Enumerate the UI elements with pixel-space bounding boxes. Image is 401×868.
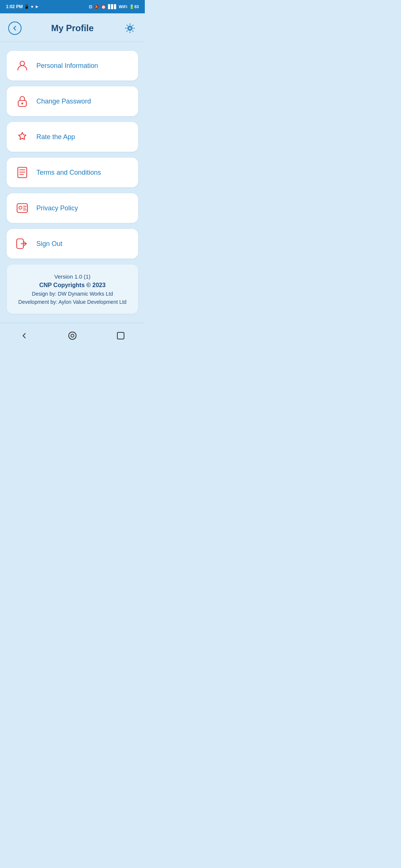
change-password-label: Change Password: [36, 98, 91, 105]
mute-icon: 🔕: [94, 4, 99, 9]
version-text: Version 1.0 (1): [14, 273, 131, 280]
status-right: ⊡ 🔕 ⏰ ▋▋▋ WiFi 🔋83: [89, 4, 139, 9]
nav-square-button[interactable]: [113, 328, 129, 344]
settings-button[interactable]: [123, 21, 137, 36]
svg-point-0: [129, 27, 131, 30]
nav-back-icon: [20, 331, 29, 340]
person-icon: [16, 59, 29, 72]
nfc-icon: ⊡: [89, 4, 92, 9]
rate-the-app-label: Rate the App: [36, 133, 75, 141]
nav-square-icon: [117, 332, 125, 340]
rate-the-app-item[interactable]: Rate the App: [7, 122, 138, 152]
privacy-policy-label: Privacy Policy: [36, 204, 78, 212]
nav-home-button[interactable]: [64, 328, 81, 344]
svg-point-8: [69, 332, 76, 339]
header: My Profile: [0, 13, 145, 42]
whatsapp-icon: 📱: [24, 4, 29, 9]
book-icon: [16, 166, 29, 179]
health-icon: ♥: [31, 4, 33, 9]
gear-icon: [125, 23, 135, 33]
sign-out-item[interactable]: Sign Out: [7, 229, 138, 259]
terms-and-conditions-label: Terms and Conditions: [36, 169, 101, 177]
id-card-icon: [16, 201, 29, 215]
svg-point-9: [71, 334, 74, 337]
svg-point-1: [20, 61, 25, 66]
development-text: Development by: Aylon Value Development …: [14, 299, 131, 305]
sign-out-label: Sign Out: [36, 240, 62, 248]
status-left: 1:02 PM 📱 ♥ ➤: [6, 4, 38, 9]
location-icon: ➤: [35, 4, 38, 9]
svg-point-6: [19, 206, 22, 209]
alarm-icon: ⏰: [101, 4, 106, 9]
terms-and-conditions-item[interactable]: Terms and Conditions: [7, 158, 138, 187]
battery-display: 🔋83: [129, 4, 139, 9]
change-password-item[interactable]: Change Password: [7, 86, 138, 116]
wifi-icon: WiFi: [119, 4, 127, 9]
page-title: My Profile: [22, 23, 123, 33]
back-button[interactable]: [7, 21, 22, 36]
privacy-policy-item[interactable]: Privacy Policy: [7, 193, 138, 223]
personal-information-item[interactable]: Personal Information: [7, 51, 138, 80]
personal-information-label: Personal Information: [36, 62, 98, 70]
main-content: Personal Information Change Password Rat…: [0, 42, 145, 323]
nav-back-button[interactable]: [16, 328, 32, 344]
signout-icon: [16, 237, 29, 250]
bottom-nav: [0, 323, 145, 350]
nav-home-icon: [68, 331, 77, 340]
back-circle: [8, 22, 22, 35]
lock-icon: [16, 95, 29, 108]
copyright-text: CNP Copyrights © 2023: [14, 282, 131, 289]
design-text: Design by: DW Dynamic Works Ltd: [14, 291, 131, 297]
back-arrow-icon: [12, 26, 17, 31]
status-bar: 1:02 PM 📱 ♥ ➤ ⊡ 🔕 ⏰ ▋▋▋ WiFi 🔋83: [0, 0, 145, 13]
footer-card: Version 1.0 (1) CNP Copyrights © 2023 De…: [7, 264, 138, 314]
signal-icon: ▋▋▋: [108, 4, 117, 9]
svg-point-3: [22, 103, 23, 105]
svg-rect-10: [117, 332, 124, 339]
time-display: 1:02 PM: [6, 4, 23, 9]
star-icon: [16, 130, 29, 144]
